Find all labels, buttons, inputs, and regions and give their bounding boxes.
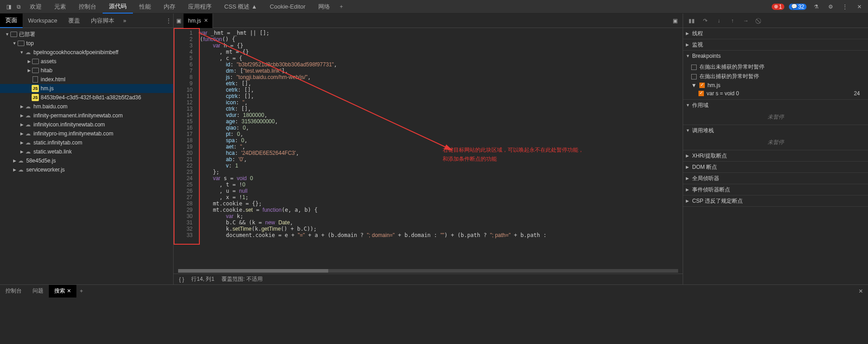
line-gutter[interactable]: 1234567891011121314151617181920212223242… [174, 28, 196, 268]
tab-application[interactable]: 应用程序 [182, 0, 218, 14]
section-csp[interactable]: ▶CSP 违反了规定断点 [683, 195, 868, 206]
debugger-pane: ▮▮ ↷ ↓ ↑ → ⃠ ▶线程 ▶监视 ▼Breakpoints 在抛出未捕获… [683, 14, 868, 284]
console-drawer-tabs: 控制台 问题 搜索✕ ＋ ✕ [0, 284, 868, 297]
close-icon[interactable]: ✕ [854, 2, 864, 12]
sidebar-more-icon[interactable]: » [120, 16, 130, 26]
step-icon[interactable]: → [742, 17, 750, 25]
tree-item[interactable]: ▶infinityicon.infinitynewtab.com [0, 120, 173, 129]
console-drawer-body[interactable] [0, 297, 868, 342]
sidebar-tab-content-scripts[interactable]: 内容脚本 [85, 14, 120, 28]
pause-caught-checkbox[interactable]: 在抛出捕获的异常时暂停 [683, 72, 868, 81]
toggle-sidebar-icon[interactable]: ▣ [670, 16, 680, 26]
error-count[interactable]: ⊗ 1 [772, 4, 784, 10]
tab-cookie-editor[interactable]: Cookie-Editor [264, 0, 312, 14]
deactivate-bp-icon[interactable]: ⃠ [755, 17, 764, 25]
tree-item[interactable]: ▶assets [0, 57, 173, 66]
nav-toggle-icon[interactable]: ▣ [174, 16, 184, 26]
horizontal-scrollbar[interactable] [174, 268, 683, 274]
tab-network[interactable]: 网络 [312, 0, 336, 14]
status-braces[interactable]: { } [179, 276, 184, 283]
editor-tab-hmjs[interactable]: hm.js ✕ [184, 14, 213, 28]
device-icon[interactable]: ⧉ [14, 2, 24, 12]
breakpoint-line-num: 24 [854, 90, 860, 97]
scope-not-paused: 未暂停 [683, 112, 868, 123]
tab-elements[interactable]: 元素 [48, 0, 72, 14]
editor-area: ▣ hm.js ✕ ▣ 1234567891011121314151617181… [174, 14, 683, 284]
section-watch[interactable]: ▶监视 [683, 39, 868, 50]
breakpoint-item[interactable]: var s = void 0 24 [683, 89, 868, 98]
tree-item[interactable]: index.html [0, 75, 173, 84]
tab-performance[interactable]: 性能 [133, 0, 157, 14]
status-position: 行14, 列1 [191, 275, 214, 283]
tree-item[interactable]: ▶58e45d5e.js [0, 156, 173, 165]
section-xhr[interactable]: ▶XHR/提取断点 [683, 150, 868, 161]
pause-icon[interactable]: ▮▮ [688, 17, 696, 25]
debugger-toolbar: ▮▮ ↷ ↓ ↑ → ⃠ [683, 14, 868, 28]
tree-item[interactable]: ▼bpelnogcookhocnaokfpoeinibimbeff [0, 48, 173, 57]
step-over-icon[interactable]: ↷ [701, 17, 709, 25]
sidebar-tabs: 页面 Workspace 覆盖 内容脚本 » ⋮ [0, 14, 173, 28]
tree-item[interactable]: ▶hitab [0, 66, 173, 75]
tree-item[interactable]: ▶static.infinitytab.com [0, 138, 173, 147]
ai-icon[interactable]: ⚗ [811, 2, 821, 12]
code-content[interactable]: var _hmt = _hmt || []; (function() { var… [196, 28, 683, 268]
section-callstack[interactable]: ▼调用堆栈 [683, 125, 868, 136]
step-into-icon[interactable]: ↓ [715, 17, 723, 25]
message-count[interactable]: 💬 32 [789, 4, 807, 10]
tree-item[interactable]: ▼top [0, 39, 173, 48]
section-dom[interactable]: ▶DOM 断点 [683, 162, 868, 172]
tab-console[interactable]: 控制台 [72, 0, 103, 14]
section-event[interactable]: ▶事件侦听器断点 [683, 184, 868, 195]
callstack-not-paused: 未暂停 [683, 137, 868, 148]
drawer-add-icon[interactable]: ＋ [76, 286, 86, 296]
tab-sources[interactable]: 源代码 [103, 0, 133, 14]
main-area: 页面 Workspace 覆盖 内容脚本 » ⋮ ▼已部署▼top▼bpelno… [0, 14, 868, 284]
pause-uncaught-checkbox[interactable]: 在抛出未捕获的异常时暂停 [683, 62, 868, 72]
section-scope[interactable]: ▼作用域 [683, 100, 868, 111]
editor-tabs: ▣ hm.js ✕ ▣ [174, 14, 683, 28]
settings-icon[interactable]: ⚙ [826, 2, 835, 12]
tree-item[interactable]: ▼已部署 [0, 30, 173, 39]
tab-memory[interactable]: 内存 [157, 0, 182, 14]
breakpoint-file[interactable]: ▼hm.js [683, 81, 868, 89]
section-threads[interactable]: ▶线程 [683, 28, 868, 39]
add-tab-icon[interactable]: ＋ [336, 2, 346, 12]
section-breakpoints[interactable]: ▼Breakpoints [683, 51, 868, 61]
sidebar-tab-page[interactable]: 页面 [0, 14, 23, 28]
drawer-tab-close-icon[interactable]: ✕ [67, 288, 71, 294]
editor-status-bar: { } 行14, 列1 覆盖范围: 不适用 [174, 274, 683, 284]
tree-item[interactable]: ▶infinity-permanent.infinitynewtab.com [0, 111, 173, 120]
drawer-tab-search[interactable]: 搜索✕ [49, 285, 76, 298]
tree-item[interactable]: ▶infinitypro-img.infinitynewtab.com [0, 129, 173, 138]
sidebar-tab-overrides[interactable]: 覆盖 [63, 14, 85, 28]
editor-tab-close-icon[interactable]: ✕ [204, 18, 208, 23]
tree-item[interactable]: JS8453b9e4-c3d5-432f-b8d1-a382b5f2ad36 [0, 93, 173, 102]
drawer-close-icon[interactable]: ✕ [858, 286, 868, 296]
tab-css-overview[interactable]: CSS 概述 ▲ [218, 0, 264, 14]
sources-sidebar: 页面 Workspace 覆盖 内容脚本 » ⋮ ▼已部署▼top▼bpelno… [0, 14, 174, 284]
editor-tab-label: hm.js [188, 18, 201, 24]
devtools-toolbar: ◨ ⧉ 欢迎 元素 控制台 源代码 性能 内存 应用程序 CSS 概述 ▲ Co… [0, 0, 868, 14]
tree-item[interactable]: JShm.js [0, 84, 173, 93]
drawer-tab-console[interactable]: 控制台 [0, 285, 27, 298]
editor-body[interactable]: 1234567891011121314151617181920212223242… [174, 28, 683, 268]
tab-welcome[interactable]: 欢迎 [24, 0, 48, 14]
more-icon[interactable]: ⋮ [840, 2, 850, 12]
sidebar-tab-workspace[interactable]: Workspace [23, 14, 63, 28]
sidebar-menu-icon[interactable]: ⋮ [164, 16, 173, 26]
step-out-icon[interactable]: ↑ [728, 17, 736, 25]
status-coverage: 覆盖范围: 不适用 [222, 275, 263, 283]
tree-item[interactable]: ▶static.wetab.link [0, 147, 173, 156]
tree-item[interactable]: ▶hm.baidu.com [0, 102, 173, 111]
drawer-tab-issues[interactable]: 问题 [27, 285, 49, 298]
file-tree[interactable]: ▼已部署▼top▼bpelnogcookhocnaokfpoeinibimbef… [0, 28, 173, 284]
tree-item[interactable]: ▶serviceworker.js [0, 165, 173, 174]
section-global[interactable]: ▶全局侦听器 [683, 173, 868, 184]
inspect-icon[interactable]: ◨ [4, 2, 14, 12]
